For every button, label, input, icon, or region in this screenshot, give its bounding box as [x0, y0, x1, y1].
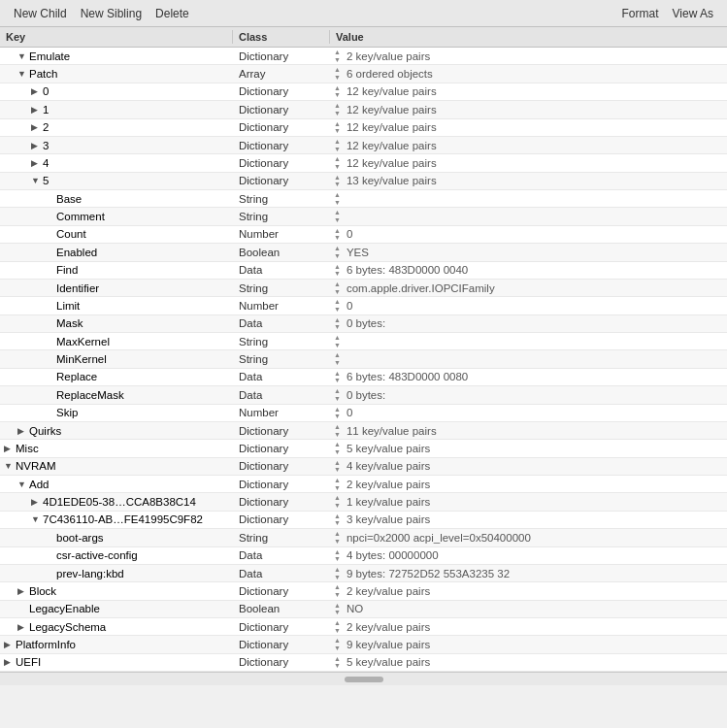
- stepper-icon[interactable]: ▲▼: [334, 227, 341, 242]
- stepper-icon[interactable]: ▲▼: [334, 281, 341, 295]
- table-row[interactable]: ▼PatchArray▲▼6 ordered objects: [0, 65, 727, 83]
- table-row[interactable]: ▶UEFIDictionary▲▼5 key/value pairs: [0, 654, 727, 672]
- table-row[interactable]: csr-active-configData▲▼4 bytes: 00000000: [0, 547, 727, 565]
- expand-right-icon[interactable]: ▶: [4, 444, 16, 453]
- stepper-icon[interactable]: ▲▼: [334, 351, 341, 366]
- stepper-icon[interactable]: ▲▼: [334, 155, 341, 170]
- table-row[interactable]: ▼5Dictionary▲▼13 key/value pairs: [0, 173, 727, 190]
- table-row[interactable]: SkipNumber▲▼0: [0, 405, 727, 422]
- stepper-icon[interactable]: ▲▼: [334, 459, 341, 474]
- expand-down-icon[interactable]: ▼: [31, 514, 43, 524]
- table-row[interactable]: ▶PlatformInfoDictionary▲▼9 key/value pai…: [0, 636, 727, 653]
- stepper-icon[interactable]: ▲▼: [334, 583, 341, 598]
- table-row[interactable]: ▼7C436110-AB…FE41995C9F82Dictionary▲▼3 k…: [0, 512, 727, 529]
- table-row[interactable]: CommentString▲▼: [0, 208, 727, 225]
- table-row[interactable]: ▶BlockDictionary▲▼2 key/value pairs: [0, 582, 727, 600]
- stepper-icon[interactable]: ▲▼: [334, 120, 341, 135]
- key-label: Identifier: [56, 282, 99, 294]
- stepper-icon[interactable]: ▲▼: [334, 138, 341, 152]
- cell-key: csr-active-config: [0, 548, 233, 562]
- table-row[interactable]: MinKernelString▲▼: [0, 350, 727, 368]
- expand-down-icon[interactable]: ▼: [31, 176, 43, 185]
- table-row[interactable]: FindData▲▼6 bytes: 483D0000 0040: [0, 262, 727, 280]
- table-row[interactable]: ▼NVRAMDictionary▲▼4 key/value pairs: [0, 458, 727, 476]
- stepper-icon[interactable]: ▲▼: [334, 619, 341, 634]
- expand-right-icon[interactable]: ▶: [4, 640, 16, 649]
- stepper-icon[interactable]: ▲▼: [334, 655, 341, 670]
- table-row[interactable]: ▶MiscDictionary▲▼5 key/value pairs: [0, 440, 727, 457]
- table-row[interactable]: ▶4D1EDE05-38…CCA8B38C14Dictionary▲▼1 key…: [0, 493, 727, 511]
- stepper-icon[interactable]: ▲▼: [334, 406, 341, 420]
- table-row[interactable]: ▶2Dictionary▲▼12 key/value pairs: [0, 119, 727, 137]
- cell-class: Boolean: [233, 602, 330, 615]
- value-text: 9 bytes: 72752D52 553A3235 32: [347, 568, 510, 579]
- scroll-indicator[interactable]: [0, 672, 727, 685]
- stepper-icon[interactable]: ▲▼: [334, 477, 341, 491]
- expand-right-icon[interactable]: ▶: [31, 122, 43, 132]
- table-row[interactable]: EnabledBoolean▲▼YES: [0, 244, 727, 261]
- format-button[interactable]: Format: [616, 5, 665, 22]
- stepper-icon[interactable]: ▲▼: [334, 637, 341, 651]
- table-row[interactable]: ReplaceData▲▼6 bytes: 483D0000 0080: [0, 369, 727, 386]
- expand-right-icon[interactable]: ▶: [31, 497, 43, 507]
- expand-right-icon[interactable]: ▶: [17, 426, 29, 436]
- stepper-icon[interactable]: ▲▼: [334, 334, 341, 348]
- expand-right-icon[interactable]: ▶: [31, 141, 43, 150]
- expand-right-icon[interactable]: ▶: [31, 86, 43, 96]
- stepper-icon[interactable]: ▲▼: [334, 298, 341, 313]
- stepper-icon[interactable]: ▲▼: [334, 84, 341, 99]
- expand-down-icon[interactable]: ▼: [17, 69, 29, 79]
- stepper-icon[interactable]: ▲▼: [334, 423, 341, 438]
- key-label: boot-args: [56, 532, 104, 544]
- expand-right-icon[interactable]: ▶: [17, 586, 29, 596]
- table-row[interactable]: ▼EmulateDictionary▲▼2 key/value pairs: [0, 48, 727, 65]
- table-row[interactable]: ReplaceMaskData▲▼0 bytes:: [0, 386, 727, 404]
- stepper-icon[interactable]: ▲▼: [334, 494, 341, 509]
- table-row[interactable]: ▶3Dictionary▲▼12 key/value pairs: [0, 137, 727, 154]
- stepper-icon[interactable]: ▲▼: [334, 316, 341, 331]
- stepper-icon[interactable]: ▲▼: [334, 530, 341, 545]
- stepper-icon[interactable]: ▲▼: [334, 441, 341, 455]
- expand-down-icon[interactable]: ▼: [4, 461, 16, 471]
- stepper-icon[interactable]: ▲▼: [334, 209, 341, 223]
- table-row[interactable]: ▶LegacySchemaDictionary▲▼2 key/value pai…: [0, 618, 727, 636]
- expand-right-icon[interactable]: ▶: [31, 158, 43, 168]
- table-row[interactable]: ▶4Dictionary▲▼12 key/value pairs: [0, 154, 727, 172]
- stepper-icon[interactable]: ▲▼: [334, 387, 341, 402]
- table-row[interactable]: MaxKernelString▲▼: [0, 333, 727, 350]
- new-sibling-button[interactable]: New Sibling: [75, 5, 148, 22]
- table-row[interactable]: MaskData▲▼0 bytes:: [0, 315, 727, 333]
- stepper-icon[interactable]: ▲▼: [334, 370, 341, 384]
- table-row[interactable]: ▶QuirksDictionary▲▼11 key/value pairs: [0, 422, 727, 440]
- stepper-icon[interactable]: ▲▼: [334, 566, 341, 580]
- expand-down-icon[interactable]: ▼: [17, 480, 29, 489]
- key-label: LegacySchema: [29, 621, 106, 633]
- table-row[interactable]: CountNumber▲▼0: [0, 226, 727, 244]
- table-row[interactable]: LegacyEnableBoolean▲▼NO: [0, 601, 727, 618]
- table-row[interactable]: ▼AddDictionary▲▼2 key/value pairs: [0, 476, 727, 493]
- stepper-icon[interactable]: ▲▼: [334, 49, 341, 63]
- stepper-icon[interactable]: ▲▼: [334, 548, 341, 563]
- expand-right-icon[interactable]: ▶: [17, 622, 29, 632]
- stepper-icon[interactable]: ▲▼: [334, 174, 341, 188]
- table-row[interactable]: LimitNumber▲▼0: [0, 297, 727, 314]
- table-row[interactable]: BaseString▲▼: [0, 190, 727, 208]
- expand-right-icon[interactable]: ▶: [4, 657, 16, 667]
- stepper-icon[interactable]: ▲▼: [334, 191, 341, 206]
- expand-right-icon[interactable]: ▶: [31, 105, 43, 115]
- view-as-button[interactable]: View As: [667, 5, 719, 22]
- new-child-button[interactable]: New Child: [8, 5, 73, 22]
- stepper-icon[interactable]: ▲▼: [334, 102, 341, 116]
- delete-button[interactable]: Delete: [149, 5, 195, 22]
- table-row[interactable]: boot-argsString▲▼npci=0x2000 acpi_level=…: [0, 529, 727, 546]
- stepper-icon[interactable]: ▲▼: [334, 602, 341, 616]
- table-row[interactable]: prev-lang:kbdData▲▼9 bytes: 72752D52 553…: [0, 565, 727, 582]
- stepper-icon[interactable]: ▲▼: [334, 66, 341, 81]
- table-row[interactable]: ▶0Dictionary▲▼12 key/value pairs: [0, 83, 727, 101]
- stepper-icon[interactable]: ▲▼: [334, 263, 341, 278]
- table-row[interactable]: ▶1Dictionary▲▼12 key/value pairs: [0, 101, 727, 118]
- table-row[interactable]: IdentifierString▲▼com.apple.driver.IOPCI…: [0, 280, 727, 297]
- expand-down-icon[interactable]: ▼: [17, 51, 29, 61]
- stepper-icon[interactable]: ▲▼: [334, 513, 341, 527]
- stepper-icon[interactable]: ▲▼: [334, 245, 341, 259]
